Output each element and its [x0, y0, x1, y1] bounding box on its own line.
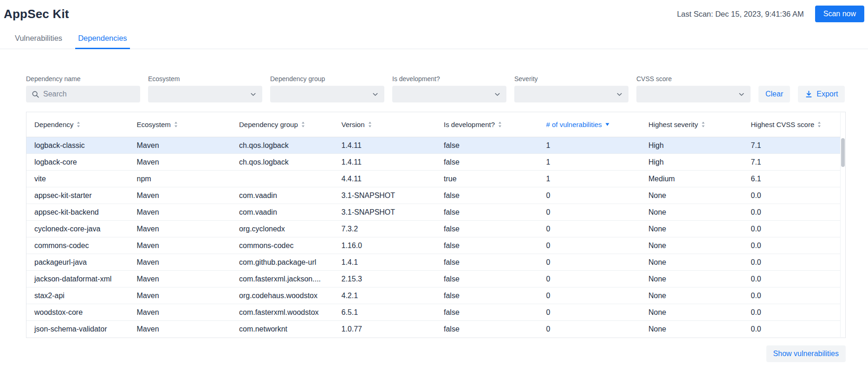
cell-dependency-group: org.codehaus.woodstox: [231, 292, 334, 300]
cell-version: 1.0.77: [334, 325, 436, 333]
scan-now-button[interactable]: Scan now: [815, 6, 864, 22]
cell-is-development: false: [436, 208, 538, 217]
cell-is-development: false: [436, 325, 538, 333]
table-row[interactable]: jackson-dataformat-xml Maven com.fasterx…: [26, 271, 845, 287]
cell-vulnerabilities: 0: [538, 242, 641, 250]
cell-dependency-group: org.cyclonedx: [231, 225, 334, 233]
cell-vulnerabilities: 0: [538, 208, 641, 217]
cell-ecosystem: Maven: [129, 141, 232, 150]
table-row[interactable]: cyclonedx-core-java Maven org.cyclonedx …: [26, 221, 845, 237]
ecosystem-select[interactable]: [148, 86, 262, 102]
cell-dependency: woodstox-core: [26, 308, 129, 317]
column-header-version[interactable]: Version: [334, 121, 436, 128]
column-header-dependency-group[interactable]: Dependency group: [231, 121, 334, 128]
cell-ecosystem: Maven: [129, 258, 232, 267]
table-body: logback-classic Maven ch.qos.logback 1.4…: [26, 137, 845, 338]
cell-dependency: commons-codec: [26, 242, 129, 250]
column-header-vulnerabilities[interactable]: # of vulnerabilities: [538, 121, 641, 128]
cell-ecosystem: npm: [129, 175, 232, 183]
cell-vulnerabilities: 0: [538, 258, 641, 267]
cell-is-development: false: [436, 242, 538, 250]
cell-highest-severity: None: [641, 275, 743, 283]
column-header-highest-cvss-score[interactable]: Highest CVSS score: [743, 121, 846, 128]
cell-highest-cvss-score: 0.0: [743, 208, 846, 217]
cell-ecosystem: Maven: [129, 225, 232, 233]
table-footer: Show vulnerabilities: [26, 345, 846, 362]
cell-vulnerabilities: 0: [538, 292, 641, 300]
dependencies-table: Dependency Ecosystem Dependency group Ve…: [26, 112, 846, 338]
table-row[interactable]: logback-core Maven ch.qos.logback 1.4.11…: [26, 154, 845, 171]
column-header-dependency[interactable]: Dependency: [26, 121, 129, 128]
cell-highest-cvss-score: 0.0: [743, 225, 846, 233]
cvss-score-select[interactable]: [636, 86, 751, 102]
sort-icon: [301, 121, 305, 128]
cell-is-development: false: [436, 292, 538, 300]
clear-button[interactable]: Clear: [758, 86, 790, 102]
cvss-score-label: CVSS score: [636, 75, 751, 83]
cell-vulnerabilities: 0: [538, 325, 641, 333]
cell-highest-cvss-score: 0.0: [743, 258, 846, 267]
table-row[interactable]: json-schema-validator Maven com.networkn…: [26, 321, 845, 338]
cell-dependency-group: com.fasterxml.jackson....: [231, 275, 334, 283]
search-icon: [32, 90, 39, 98]
table-row[interactable]: logback-classic Maven ch.qos.logback 1.4…: [26, 137, 845, 154]
sort-icon: [817, 121, 821, 128]
table-row[interactable]: appsec-kit-starter Maven com.vaadin 3.1-…: [26, 187, 845, 204]
cell-dependency: json-schema-validator: [26, 325, 129, 333]
dependency-name-field: Dependency name: [26, 75, 140, 102]
cell-dependency-group: com.vaadin: [231, 208, 334, 217]
table-row[interactable]: stax2-api Maven org.codehaus.woodstox 4.…: [26, 287, 845, 304]
cell-version: 1.4.11: [334, 141, 436, 150]
severity-select[interactable]: [514, 86, 628, 102]
table-row[interactable]: packageurl-java Maven com.github.package…: [26, 254, 845, 271]
cell-dependency-group: com.github.package-url: [231, 258, 334, 267]
is-development-select[interactable]: [392, 86, 506, 102]
cell-dependency: appsec-kit-starter: [26, 191, 129, 200]
cell-vulnerabilities: 1: [538, 158, 641, 166]
cell-dependency: logback-core: [26, 158, 129, 166]
search-input[interactable]: [43, 90, 135, 98]
cell-highest-cvss-score: 0.0: [743, 325, 846, 333]
sort-desc-icon: [605, 123, 609, 126]
sort-icon: [368, 121, 372, 128]
cell-highest-severity: Medium: [641, 175, 743, 183]
cell-highest-severity: None: [641, 292, 743, 300]
cell-version: 3.1-SNAPSHOT: [334, 191, 436, 200]
tab-bar: Vulnerabilities Dependencies: [0, 29, 868, 49]
tab-dependencies[interactable]: Dependencies: [75, 29, 130, 49]
cell-vulnerabilities: 0: [538, 191, 641, 200]
cell-dependency: cyclonedx-core-java: [26, 225, 129, 233]
dependency-name-label: Dependency name: [26, 75, 140, 83]
column-header-highest-severity[interactable]: Highest severity: [641, 121, 743, 128]
cell-ecosystem: Maven: [129, 242, 232, 250]
cell-ecosystem: Maven: [129, 308, 232, 317]
cell-vulnerabilities: 0: [538, 225, 641, 233]
chevron-down-icon: [616, 91, 623, 98]
column-header-ecosystem[interactable]: Ecosystem: [129, 121, 232, 128]
table-scrollbar[interactable]: [840, 113, 845, 337]
table-row[interactable]: commons-codec Maven commons-codec 1.16.0…: [26, 237, 845, 254]
dependency-group-select[interactable]: [270, 86, 384, 102]
cell-vulnerabilities: 1: [538, 141, 641, 150]
table-row[interactable]: appsec-kit-backend Maven com.vaadin 3.1-…: [26, 204, 845, 221]
cell-version: 1.4.1: [334, 258, 436, 267]
cell-version: 7.3.2: [334, 225, 436, 233]
tab-vulnerabilities[interactable]: Vulnerabilities: [12, 29, 65, 49]
table-row[interactable]: woodstox-core Maven com.fasterxml.woodst…: [26, 304, 845, 321]
sort-icon: [174, 121, 178, 128]
cell-is-development: false: [436, 308, 538, 317]
column-header-is-development[interactable]: Is development?: [436, 121, 538, 128]
cell-is-development: false: [436, 158, 538, 166]
cell-dependency-group: ch.qos.logback: [231, 141, 334, 150]
scrollbar-thumb[interactable]: [841, 138, 845, 167]
export-button[interactable]: Export: [798, 86, 845, 102]
search-input-box[interactable]: [26, 86, 140, 102]
chevron-down-icon: [494, 91, 501, 98]
cell-dependency-group: commons-codec: [231, 242, 334, 250]
severity-label: Severity: [514, 75, 628, 83]
sort-icon: [77, 121, 80, 128]
show-vulnerabilities-button[interactable]: Show vulnerabilities: [766, 345, 846, 362]
chevron-down-icon: [738, 91, 745, 98]
app-header: AppSec Kit Last Scan: Dec 15, 2023, 9:41…: [0, 0, 868, 22]
table-row[interactable]: vite npm 4.4.11 true 1 Medium 6.1: [26, 171, 845, 187]
